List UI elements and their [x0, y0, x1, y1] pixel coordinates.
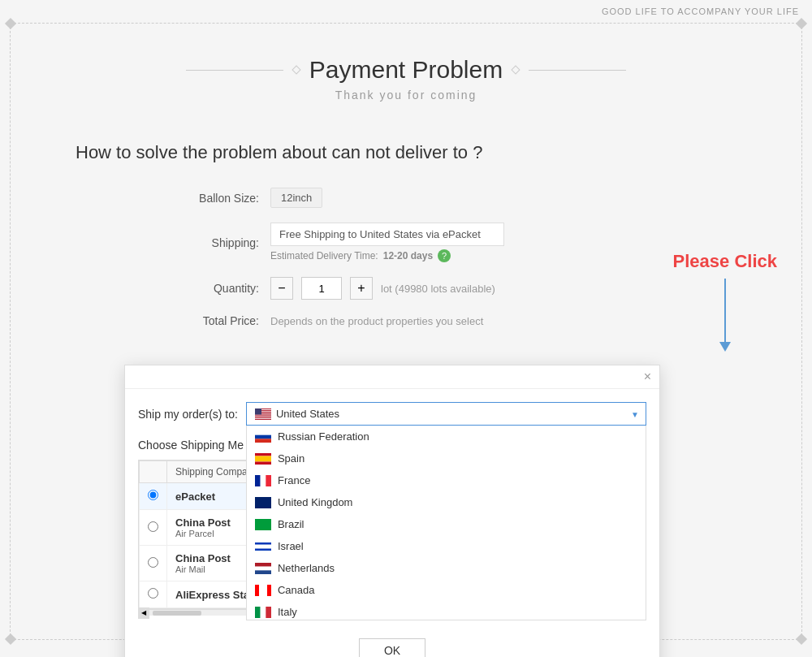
svg-rect-33 [259, 585, 267, 596]
us-flag-icon [255, 408, 271, 420]
svg-rect-28 [255, 548, 271, 551]
shipping-option-radio[interactable] [148, 557, 158, 568]
shipping-option-radio[interactable] [148, 490, 158, 500]
quantity-minus-button[interactable]: − [270, 277, 293, 300]
country-name: Israel [278, 540, 304, 552]
balloon-size-value: 12inch [270, 188, 322, 208]
quantity-input[interactable] [301, 277, 342, 300]
balloon-size-label: Ballon Size: [189, 192, 270, 205]
country-name: Russian Federation [278, 430, 369, 443]
radio-cell [140, 581, 167, 608]
border-box: Payment Problem Thank you for coming How… [10, 23, 802, 640]
header-line-right [529, 70, 626, 71]
total-price-value: Depends on the product properties you se… [270, 315, 483, 327]
svg-rect-27 [255, 542, 271, 545]
flag-icon [255, 453, 271, 465]
list-item[interactable]: Brazil [247, 513, 646, 535]
header-diamond-right [512, 65, 520, 74]
list-item[interactable]: France [247, 469, 646, 491]
quantity-row: Quantity: − + lot (49980 lots available) [189, 277, 704, 300]
svg-rect-12 [255, 417, 271, 418]
svg-rect-13 [255, 418, 271, 419]
ship-to-label: Ship my order(s) to: [138, 408, 238, 421]
svg-rect-9 [255, 415, 271, 416]
country-name: Spain [278, 452, 304, 465]
top-bar: GOOD LIFE TO ACCOMPANY YOUR LIFE [0, 0, 812, 23]
radio-cell [140, 483, 167, 510]
list-item[interactable]: Netherlands [247, 557, 646, 579]
flag-icon [255, 563, 271, 574]
delivery-info: Estimated Delivery Time: 12-20 days ? [270, 249, 504, 262]
balloon-size-row: Ballon Size: 12inch [189, 188, 704, 208]
radio-cell [140, 510, 167, 546]
svg-rect-30 [255, 566, 271, 570]
svg-rect-32 [255, 585, 259, 596]
svg-rect-20 [255, 461, 271, 465]
page-subtitle: Thank you for coming [27, 89, 785, 102]
country-dropdown-list[interactable]: Russian FederationSpainFranceUnited King… [246, 426, 646, 620]
ok-button[interactable]: OK [359, 638, 425, 657]
total-price-label: Total Price: [189, 314, 270, 327]
svg-rect-11 [255, 417, 271, 417]
list-item[interactable]: Spain [247, 447, 646, 469]
lots-available: lot (49980 lots available) [381, 283, 495, 295]
help-icon[interactable]: ? [438, 249, 451, 262]
country-name: Netherlands [278, 562, 335, 574]
svg-rect-35 [255, 607, 261, 618]
quantity-label: Quantity: [189, 282, 270, 295]
corner-decoration-br [796, 633, 807, 645]
country-name: France [278, 474, 310, 486]
radio-cell [140, 546, 167, 581]
modal-close-button[interactable]: × [644, 370, 651, 383]
list-item[interactable]: Italy [247, 601, 646, 620]
flag-icon [255, 585, 271, 596]
header-line-left [186, 70, 283, 71]
shipping-select[interactable]: Free Shipping to United States via ePack… [270, 223, 504, 246]
svg-rect-10 [255, 416, 271, 417]
list-item[interactable]: United Kingdom [247, 491, 646, 513]
country-select-wrapper: United States ▼ Russian FederationSpainF… [246, 402, 646, 426]
svg-rect-36 [261, 607, 266, 618]
delivery-label: Estimated Delivery Time: [270, 250, 378, 262]
arrow-down-icon [724, 279, 726, 344]
delivery-time: 12-20 days [383, 250, 433, 262]
country-name: Brazil [278, 518, 304, 530]
country-name: Canada [278, 584, 315, 596]
modal-dialog: × Ship my order(s) to: [124, 365, 660, 657]
list-item[interactable]: Israel [247, 535, 646, 557]
svg-rect-25 [255, 519, 271, 530]
flag-icon [255, 431, 271, 443]
page-title: Payment Problem [309, 56, 503, 84]
shipping-option-radio[interactable] [148, 521, 158, 532]
country-name: Italy [278, 606, 297, 618]
quantity-plus-button[interactable]: + [350, 277, 373, 300]
svg-rect-29 [255, 563, 271, 567]
modal-footer: OK [125, 629, 659, 657]
quantity-control: − + lot (49980 lots available) [270, 277, 495, 300]
col-header-radio [140, 461, 167, 483]
scroll-left-button[interactable]: ◀ [138, 607, 149, 619]
svg-rect-37 [266, 607, 271, 618]
svg-rect-24 [255, 497, 271, 508]
shipping-option-radio[interactable] [148, 588, 158, 599]
total-price-row: Total Price: Depends on the product prop… [189, 314, 704, 327]
selected-country: United States [276, 408, 339, 420]
svg-rect-16 [255, 434, 271, 439]
country-select-arrow-icon: ▼ [631, 409, 639, 418]
flag-icon [255, 519, 271, 530]
svg-rect-34 [267, 585, 271, 596]
modal-body: Ship my order(s) to: [125, 389, 659, 629]
header-section: Payment Problem Thank you for coming [27, 40, 785, 126]
country-select-display[interactable]: United States ▼ [246, 402, 646, 426]
svg-rect-31 [255, 570, 271, 574]
svg-rect-18 [255, 453, 271, 456]
header-decoration: Payment Problem [27, 56, 785, 84]
header-diamond-left [292, 65, 300, 74]
flag-icon [255, 607, 271, 618]
svg-rect-22 [261, 475, 266, 486]
list-item[interactable]: Canada [247, 579, 646, 601]
list-item[interactable]: Russian Federation [247, 426, 646, 447]
ship-to-row: Ship my order(s) to: [138, 402, 646, 426]
shipping-select-wrapper: Free Shipping to United States via ePack… [270, 223, 504, 246]
page-wrapper: GOOD LIFE TO ACCOMPANY YOUR LIFE Payment… [0, 0, 812, 657]
